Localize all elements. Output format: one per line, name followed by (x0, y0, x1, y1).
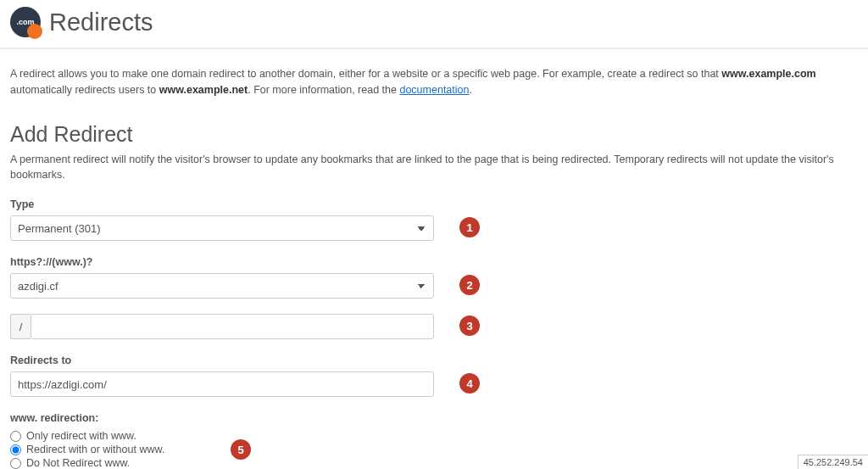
intro-mid: automatically redirects users to (10, 84, 159, 96)
type-label: Type (10, 198, 858, 210)
path-input[interactable] (31, 314, 434, 339)
section-title: Add Redirect (10, 122, 858, 147)
annotation-badge-3: 3 (459, 315, 480, 336)
radio-only-www-label: Only redirect with www. (26, 430, 136, 442)
redirect-type-select[interactable]: Permanent (301) (10, 215, 434, 241)
page-title: Redirects (49, 8, 153, 36)
path-row: / 3 (10, 314, 858, 339)
domain-select[interactable]: azdigi.cf (10, 273, 434, 299)
radio-both-www-label: Redirect with or without www. (26, 444, 164, 455)
intro-example-to: www.example.net (159, 84, 248, 96)
domain-row: https?://(www.)? azdigi.cf 2 (10, 256, 858, 299)
redirects-to-row: Redirects to 4 (10, 355, 858, 397)
intro-example-from: www.example.com (721, 68, 815, 80)
radio-only-www-input[interactable] (10, 431, 21, 442)
documentation-link[interactable]: documentation (399, 84, 469, 96)
radio-none-www-label: Do Not Redirect www. (26, 457, 130, 469)
radio-only-www[interactable]: Only redirect with www. (10, 429, 858, 443)
intro-post: . For more information, read the (248, 84, 399, 96)
www-label: www. redirection: (10, 412, 858, 424)
section-description: A permanent redirect will notify the vis… (10, 152, 858, 184)
redirects-to-label: Redirects to (10, 355, 858, 366)
ip-footer: 45.252.249.54 (798, 455, 868, 469)
icon-text: .com (16, 18, 34, 26)
page-header: .com Redirects (0, 0, 868, 48)
main-content: A redirect allows you to make one domain… (0, 48, 868, 469)
redirects-icon: .com (10, 7, 41, 37)
domain-label: https?://(www.)? (10, 256, 858, 268)
intro-pre: A redirect allows you to make one domain… (10, 68, 721, 80)
annotation-badge-5: 5 (231, 439, 251, 460)
path-addon: / (10, 314, 31, 339)
annotation-badge-4: 4 (459, 373, 480, 394)
radio-both-www[interactable]: Redirect with or without www. (10, 443, 858, 456)
intro-paragraph: A redirect allows you to make one domain… (10, 58, 858, 98)
www-redirection-row: www. redirection: Only redirect with www… (10, 412, 858, 469)
www-radio-group: Only redirect with www. Redirect with or… (10, 429, 858, 469)
redirects-to-input[interactable] (10, 371, 434, 397)
radio-none-www[interactable]: Do Not Redirect www. (10, 456, 858, 469)
annotation-badge-1: 1 (459, 217, 480, 237)
type-row: Type Permanent (301) 1 (10, 198, 858, 241)
annotation-badge-2: 2 (459, 275, 480, 295)
radio-none-www-input[interactable] (10, 458, 21, 469)
radio-both-www-input[interactable] (10, 444, 21, 455)
intro-tail: . (469, 84, 471, 96)
